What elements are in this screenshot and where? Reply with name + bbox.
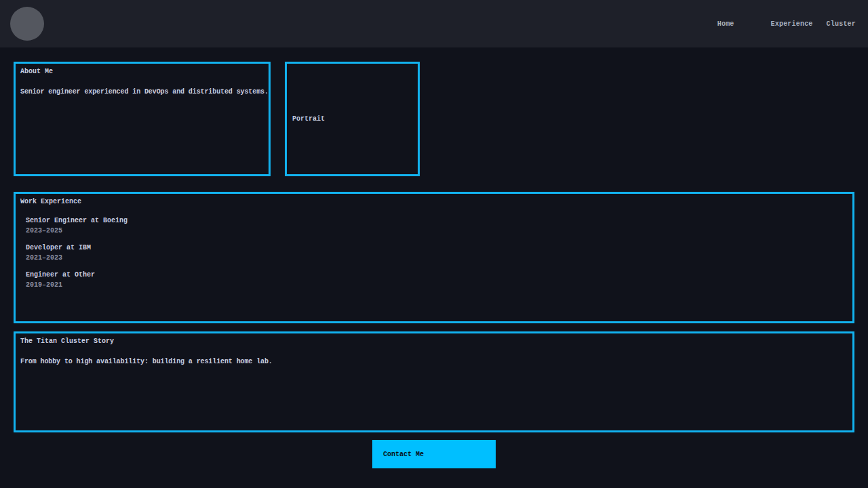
- experience-years: 2023–2025: [26, 226, 848, 236]
- portrait-label: Portrait: [292, 115, 325, 123]
- contact-button-row: Contact Me: [14, 440, 854, 468]
- experience-years: 2021–2023: [26, 253, 848, 263]
- experience-role: Engineer at Other: [26, 270, 848, 280]
- experience-role: Developer at IBM: [26, 243, 848, 253]
- experience-years: 2019–2021: [26, 280, 848, 290]
- story-body: From hobby to high availability: buildin…: [20, 357, 848, 367]
- main-content: About Me Senior engineer experienced in …: [0, 62, 868, 468]
- portrait-card: Portrait: [285, 62, 420, 176]
- about-title: About Me: [20, 66, 264, 77]
- experience-entry: Senior Engineer at Boeing 2023–2025: [26, 216, 848, 236]
- experience-entries: Senior Engineer at Boeing 2023–2025 Deve…: [26, 216, 848, 290]
- about-card: About Me Senior engineer experienced in …: [14, 62, 271, 176]
- experience-title: Work Experience: [20, 197, 848, 207]
- story-title: The Titan Cluster Story: [20, 336, 848, 346]
- experience-card: Work Experience Senior Engineer at Boein…: [14, 192, 854, 323]
- experience-entry: Engineer at Other 2019–2021: [26, 270, 848, 290]
- top-row: About Me Senior engineer experienced in …: [14, 62, 854, 176]
- experience-entry: Developer at IBM 2021–2023: [26, 243, 848, 263]
- nav-link-home[interactable]: Home: [717, 20, 734, 28]
- story-card: The Titan Cluster Story From hobby to hi…: [14, 331, 854, 432]
- nav-links: Home Experience Cluster: [717, 20, 856, 28]
- about-body: Senior engineer experienced in DevOps an…: [20, 87, 264, 97]
- contact-button[interactable]: Contact Me: [372, 440, 496, 468]
- navbar: Home Experience Cluster: [0, 0, 868, 47]
- avatar: [10, 7, 44, 41]
- experience-role: Senior Engineer at Boeing: [26, 216, 848, 226]
- nav-link-cluster[interactable]: Cluster: [827, 20, 856, 28]
- nav-link-experience[interactable]: Experience: [771, 20, 813, 28]
